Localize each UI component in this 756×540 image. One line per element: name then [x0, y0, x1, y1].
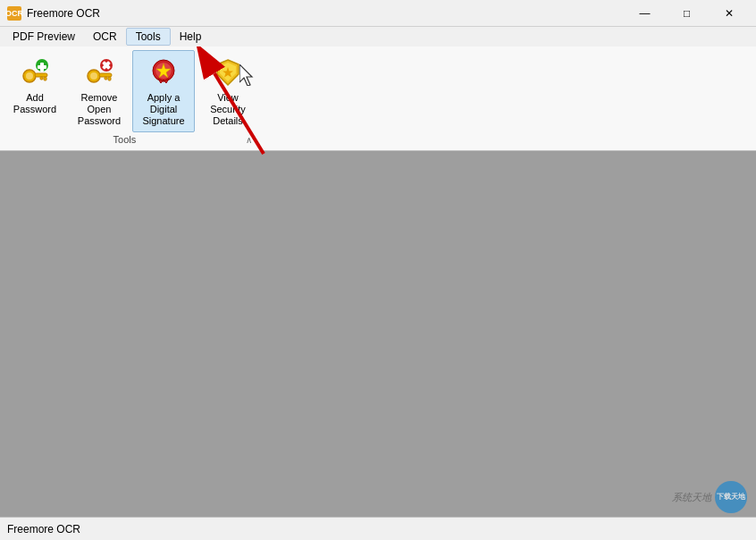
svg-rect-4: [40, 77, 43, 80]
ribbon-buttons: Add Password: [4, 50, 259, 132]
svg-rect-12: [105, 77, 107, 80]
tools-group-label: Tools: [7, 132, 242, 148]
watermark-logo-line1: 下载: [717, 494, 731, 502]
app-icon: OCR: [7, 6, 21, 21]
close-button[interactable]: ✕: [709, 0, 749, 27]
svg-rect-11: [108, 77, 111, 80]
svg-rect-7: [38, 65, 46, 69]
app-title: Freemore OCR: [27, 7, 100, 20]
menu-item-pdf-preview[interactable]: PDF Preview: [4, 29, 84, 45]
minimize-button[interactable]: —: [625, 0, 665, 27]
svg-point-9: [90, 72, 97, 80]
ribbon-content: Add Password: [0, 46, 756, 150]
svg-marker-25: [239, 64, 252, 86]
title-bar: OCR Freemore OCR — □ ✕: [0, 0, 756, 27]
mouse-cursor: [239, 64, 257, 86]
maximize-button[interactable]: □: [667, 0, 707, 27]
watermark: 系统天地 下载 天地: [672, 481, 747, 513]
status-bar: Freemore OCR: [0, 517, 756, 540]
view-security-details-button[interactable]: View Security Details: [197, 50, 259, 132]
ribbon-bottom-bar: Tools ∧: [4, 132, 259, 150]
watermark-logo-line2: 天地: [731, 494, 745, 502]
svg-rect-2: [35, 73, 47, 77]
view-security-details-label: View Security Details: [201, 92, 255, 128]
remove-open-password-label: Remove Open Password: [72, 92, 126, 128]
remove-open-password-button[interactable]: Remove Open Password: [68, 50, 130, 132]
title-bar-controls: — □ ✕: [625, 0, 749, 27]
svg-rect-10: [99, 73, 112, 77]
svg-rect-3: [44, 77, 46, 80]
svg-marker-19: [158, 79, 169, 83]
title-bar-left: OCR Freemore OCR: [7, 6, 100, 21]
apply-digital-signature-label: Apply a Digital Signature: [137, 92, 190, 128]
app-window: OCR Freemore OCR — □ ✕ PDF Preview OCR T…: [0, 0, 756, 540]
menu-bar: PDF Preview OCR Tools Help: [0, 27, 756, 46]
add-password-icon: [19, 56, 51, 89]
status-text: Freemore OCR: [7, 523, 80, 536]
svg-point-1: [26, 72, 33, 80]
add-password-label: Add Password: [8, 92, 62, 115]
main-content-area: [0, 151, 756, 540]
menu-item-help[interactable]: Help: [171, 29, 211, 45]
apply-digital-signature-button[interactable]: Apply a Digital Signature: [132, 50, 195, 132]
watermark-logo: 下载 天地: [715, 481, 747, 513]
remove-open-password-icon: [83, 56, 115, 89]
tools-ribbon-section: Add Password: [4, 50, 259, 150]
ribbon: Add Password: [0, 46, 756, 151]
add-password-button[interactable]: Add Password: [4, 50, 66, 120]
menu-item-ocr[interactable]: OCR: [84, 29, 126, 45]
apply-digital-signature-icon: [147, 56, 180, 89]
watermark-text: 系统天地: [672, 491, 711, 504]
ribbon-collapse-icon[interactable]: ∧: [242, 133, 256, 148]
menu-item-tools[interactable]: Tools: [126, 28, 171, 46]
